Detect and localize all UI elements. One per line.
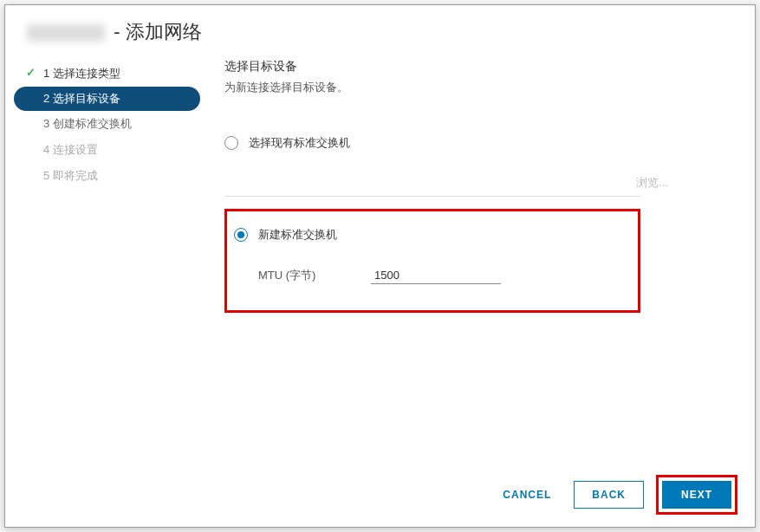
browse-button: 浏览...	[636, 175, 668, 191]
cancel-button[interactable]: CANCEL	[492, 482, 562, 508]
step-4: 4 连接设置	[14, 137, 200, 163]
mtu-field: MTU (字节)	[258, 267, 620, 284]
content-area: 选择目标设备 为新连接选择目标设备。 选择现有标准交换机 浏览... 新建标准交…	[200, 54, 746, 463]
radio-existing-label: 选择现有标准交换机	[249, 135, 350, 151]
radio-existing-row[interactable]: 选择现有标准交换机	[224, 135, 729, 151]
mtu-input[interactable]	[371, 267, 501, 284]
step-4-label: 4 连接设置	[43, 143, 98, 156]
step-2[interactable]: 2 选择目标设备	[14, 87, 200, 111]
highlight-next: NEXT	[656, 475, 737, 515]
radio-existing[interactable]	[224, 136, 238, 150]
radio-new[interactable]	[234, 228, 248, 242]
divider	[224, 196, 640, 197]
browse-row: 浏览...	[224, 175, 729, 191]
wizard-steps: 1 选择连接类型 2 选择目标设备 3 创建标准交换机 4 连接设置 5 即将完…	[14, 54, 200, 463]
section-desc: 为新连接选择目标设备。	[224, 80, 729, 95]
step-2-label: 2 选择目标设备	[43, 92, 120, 105]
back-button[interactable]: BACK	[574, 481, 644, 509]
step-1[interactable]: 1 选择连接类型	[14, 61, 200, 87]
radio-new-label: 新建标准交换机	[258, 227, 337, 243]
section-title: 选择目标设备	[224, 59, 729, 75]
radio-new-row[interactable]: 新建标准交换机	[234, 227, 620, 243]
next-button[interactable]: NEXT	[662, 481, 731, 509]
step-3: 3 创建标准交换机	[14, 111, 200, 137]
dialog-title: - 添加网络	[5, 5, 755, 54]
dialog-body: 1 选择连接类型 2 选择目标设备 3 创建标准交换机 4 连接设置 5 即将完…	[5, 54, 755, 463]
highlight-new-switch: 新建标准交换机 MTU (字节)	[224, 209, 640, 313]
step-5-label: 5 即将完成	[43, 169, 98, 182]
host-name-blurred	[27, 24, 105, 42]
mtu-label: MTU (字节)	[258, 268, 371, 283]
step-3-label: 3 创建标准交换机	[43, 117, 132, 130]
dialog-footer: CANCEL BACK NEXT	[5, 463, 755, 527]
step-1-label: 1 选择连接类型	[43, 67, 120, 80]
wizard-dialog: - 添加网络 1 选择连接类型 2 选择目标设备 3 创建标准交换机 4 连接设…	[4, 4, 756, 528]
title-suffix: - 添加网络	[114, 21, 201, 42]
step-5: 5 即将完成	[14, 163, 200, 189]
